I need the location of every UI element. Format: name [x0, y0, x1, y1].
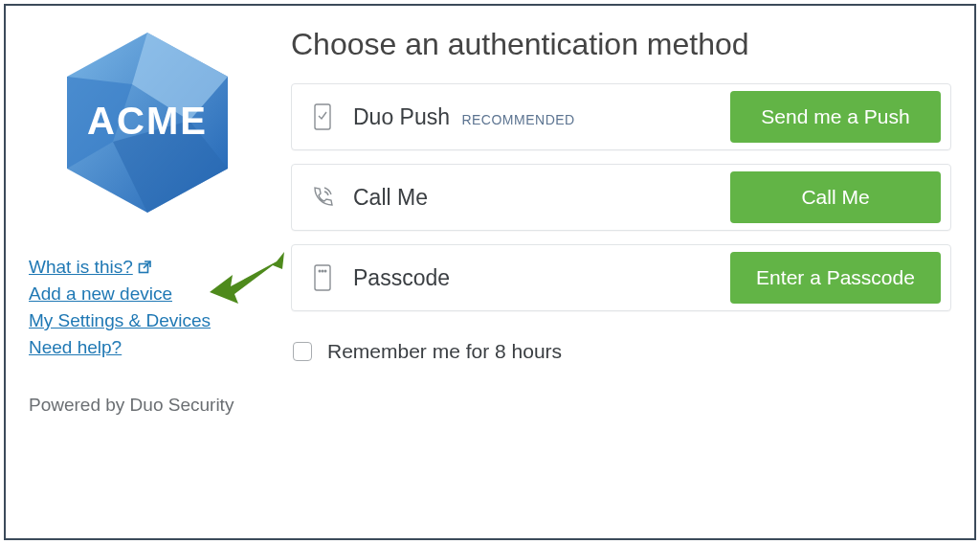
remember-me-label: Remember me for 8 hours [327, 340, 562, 363]
method-name: Duo Push [353, 104, 450, 129]
link-need-help[interactable]: Need help? [29, 337, 122, 358]
passcode-device-icon [309, 263, 336, 292]
phone-call-icon [309, 185, 336, 210]
link-what-is-this[interactable]: What is this? [29, 257, 152, 278]
method-label: Passcode [353, 265, 450, 291]
remember-me-checkbox[interactable] [293, 342, 312, 361]
svg-rect-8 [315, 265, 330, 290]
page-title: Choose an authentication method [291, 27, 951, 62]
link-label: What is this? [29, 257, 133, 278]
help-links: What is this? Add a new device My Settin… [29, 257, 274, 358]
auth-prompt-frame: ACME What is this? Add a new device My S… [4, 4, 976, 540]
external-link-icon [137, 260, 152, 275]
main-panel: Choose an authentication method Duo Push… [274, 27, 951, 517]
method-row-push: Duo Push RECOMMENDED Send me a Push [291, 83, 951, 150]
method-label: Duo Push RECOMMENDED [353, 104, 575, 130]
recommended-badge: RECOMMENDED [461, 112, 574, 127]
method-row-call: Call Me Call Me [291, 164, 951, 231]
remember-me-row: Remember me for 8 hours [291, 340, 951, 363]
sidebar: ACME What is this? Add a new device My S… [29, 27, 274, 517]
link-add-new-device[interactable]: Add a new device [29, 283, 172, 305]
svg-point-9 [319, 270, 321, 272]
method-row-passcode: Passcode Enter a Passcode [291, 244, 951, 311]
phone-check-icon [309, 102, 336, 131]
send-push-button[interactable]: Send me a Push [730, 91, 941, 143]
link-my-settings-devices[interactable]: My Settings & Devices [29, 310, 211, 331]
enter-passcode-button[interactable]: Enter a Passcode [730, 252, 941, 304]
svg-line-6 [144, 261, 150, 268]
svg-point-11 [324, 270, 326, 272]
brand-logo: ACME [29, 27, 274, 222]
svg-point-10 [322, 270, 323, 272]
powered-by-text: Powered by Duo Security [29, 395, 274, 416]
method-label: Call Me [353, 185, 428, 211]
svg-text:ACME: ACME [87, 100, 208, 142]
call-me-button[interactable]: Call Me [730, 171, 941, 223]
